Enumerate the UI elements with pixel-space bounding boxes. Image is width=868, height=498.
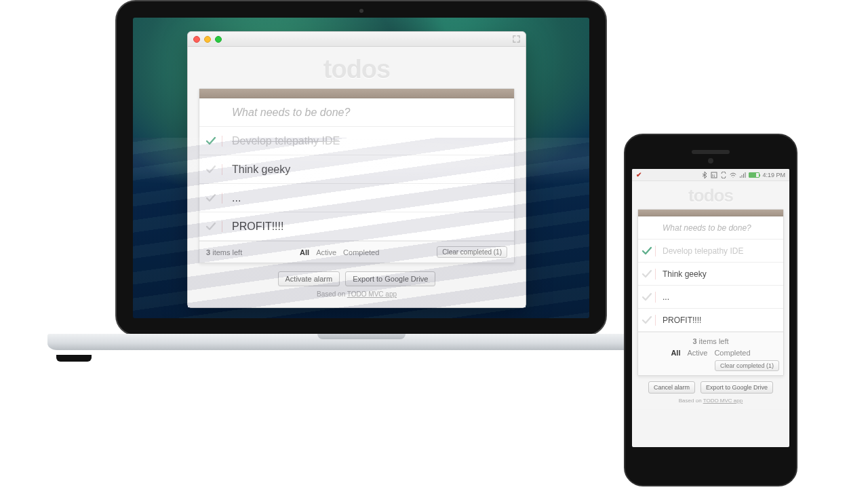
credit-text: Based on TODO MVC app <box>637 398 784 404</box>
items-left: 3 items left <box>206 248 242 256</box>
todo-row[interactable]: Think geeky <box>199 155 514 184</box>
status-time: 4:19 PM <box>762 172 785 178</box>
credit-link[interactable]: TODO MVC app <box>703 398 743 404</box>
export-drive-button[interactable]: Export to Google Drive <box>701 381 773 394</box>
status-bar: ✔ N 4:19 PM <box>632 169 789 181</box>
check-icon[interactable] <box>205 164 216 175</box>
items-left-label: items left <box>210 248 242 256</box>
check-icon[interactable] <box>642 269 652 280</box>
todo-row[interactable]: ... <box>199 184 514 212</box>
filter-completed[interactable]: Completed <box>343 248 379 256</box>
todo-row[interactable]: Develop telepathy IDE <box>199 127 514 155</box>
filter-active[interactable]: Active <box>687 347 707 359</box>
window-controls <box>193 36 222 43</box>
credit-prefix: Based on <box>317 290 347 298</box>
new-todo-input[interactable]: What needs to be done? <box>222 100 359 126</box>
credit-text: Based on TODO MVC app <box>199 290 515 298</box>
check-icon[interactable] <box>205 136 216 147</box>
wifi-icon <box>730 172 736 178</box>
filter-all[interactable]: All <box>671 347 680 359</box>
carrier-icon: ✔ <box>636 171 642 178</box>
signal-icon <box>739 172 746 178</box>
zoom-icon[interactable] <box>215 36 222 43</box>
activate-alarm-button[interactable]: Activate alarm <box>278 271 340 286</box>
laptop-screen: todos What needs to be done? Develop tel… <box>133 18 589 318</box>
new-todo-row[interactable]: What needs to be done? <box>199 98 514 127</box>
laptop-frame: todos What needs to be done? Develop tel… <box>115 0 607 336</box>
status-icons: N 4:19 PM <box>701 172 785 178</box>
todo-row[interactable]: PROFIT!!!! <box>638 309 783 332</box>
todo-row[interactable]: PROFIT!!!! <box>199 212 514 241</box>
todo-text[interactable]: ... <box>656 287 676 307</box>
mac-titlebar <box>188 32 526 47</box>
nfc-icon: N <box>711 172 717 178</box>
todo-text[interactable]: Think geeky <box>222 157 300 183</box>
filter-completed[interactable]: Completed <box>714 347 750 359</box>
phone-speaker <box>692 150 730 154</box>
check-icon[interactable] <box>642 292 652 303</box>
mac-app-window: todos What needs to be done? Develop tel… <box>187 31 526 308</box>
clear-completed-button[interactable]: Clear completed (1) <box>437 246 507 258</box>
action-bar: Activate alarm Export to Google Drive <box>199 271 515 286</box>
filter-active[interactable]: Active <box>316 248 336 256</box>
check-icon[interactable] <box>642 246 652 256</box>
credit-link[interactable]: TODO MVC app <box>347 290 397 298</box>
check-icon[interactable] <box>205 193 216 204</box>
credit-prefix: Based on <box>679 398 703 404</box>
card-footer: 3 items left All Active Completed Clear … <box>199 241 514 263</box>
app-body: todos What needs to be done? Develop tel… <box>632 181 789 409</box>
todo-text[interactable]: Develop telepathy IDE <box>656 241 750 261</box>
bluetooth-icon <box>701 172 708 178</box>
filter-group: All Active Completed <box>300 248 379 256</box>
laptop-feet <box>51 352 671 362</box>
close-icon[interactable] <box>193 36 200 43</box>
todo-row[interactable]: Develop telepathy IDE <box>638 240 783 263</box>
card-header-strip <box>638 210 783 216</box>
card-header-strip <box>199 89 514 98</box>
cancel-alarm-button[interactable]: Cancel alarm <box>648 381 695 394</box>
svg-text:N: N <box>712 174 715 178</box>
filter-all[interactable]: All <box>300 248 309 256</box>
clear-completed-button[interactable]: Clear completed (1) <box>715 360 779 371</box>
fullscreen-icon[interactable] <box>513 35 520 43</box>
items-left: 3 items left <box>642 336 779 347</box>
todo-row[interactable]: ... <box>638 286 783 309</box>
todo-card: What needs to be done? Develop telepathy… <box>199 88 515 263</box>
battery-icon <box>749 172 760 178</box>
todo-text[interactable]: PROFIT!!!! <box>222 214 293 240</box>
phone-camera <box>708 158 713 164</box>
phone-screen: ✔ N 4:19 PM todos What needs to be done? <box>632 169 789 447</box>
todo-text[interactable]: Develop telepathy IDE <box>222 128 349 154</box>
app-title: todos <box>199 55 515 84</box>
app-body: todos What needs to be done? Develop tel… <box>188 47 526 307</box>
sync-icon <box>720 172 727 178</box>
export-drive-button[interactable]: Export to Google Drive <box>345 271 435 286</box>
card-footer: 3 items left All Active Completed Clear … <box>638 332 783 375</box>
new-todo-row[interactable]: What needs to be done? <box>638 216 783 240</box>
laptop-camera <box>359 9 363 13</box>
check-icon[interactable] <box>205 221 216 232</box>
todo-row[interactable]: Think geeky <box>638 263 783 286</box>
laptop-base <box>47 334 675 350</box>
todo-text[interactable]: ... <box>222 185 250 211</box>
todo-text[interactable]: Think geeky <box>656 264 713 284</box>
new-todo-input[interactable]: What needs to be done? <box>656 218 758 238</box>
todo-text[interactable]: PROFIT!!!! <box>656 310 708 330</box>
todo-card: What needs to be done? Develop telepathy… <box>637 209 784 376</box>
filter-group: All Active Completed <box>642 347 779 359</box>
action-bar: Cancel alarm Export to Google Drive <box>637 381 784 394</box>
check-icon[interactable] <box>642 315 652 326</box>
minimize-icon[interactable] <box>204 36 211 43</box>
app-title: todos <box>637 185 784 206</box>
items-left-label: items left <box>697 337 729 345</box>
phone-frame: ✔ N 4:19 PM todos What needs to be done? <box>624 134 797 486</box>
